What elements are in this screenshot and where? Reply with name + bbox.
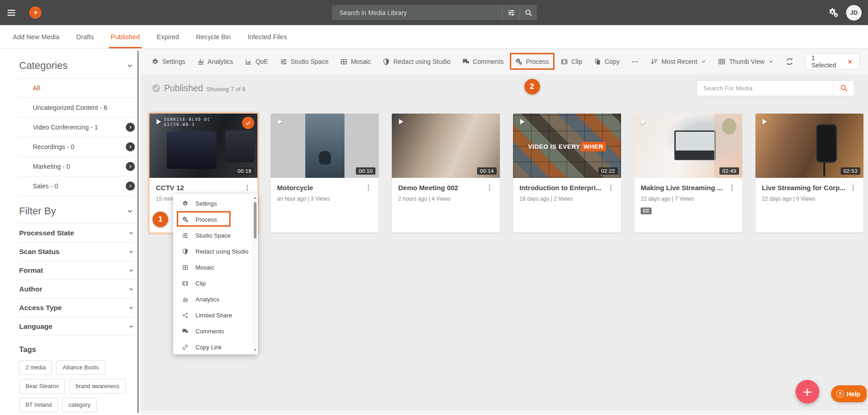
- qoe-button[interactable]: QoE: [245, 58, 268, 66]
- scroll-down-arrow[interactable]: ▼: [253, 348, 257, 353]
- menu-item-studio-space[interactable]: Studio Space: [173, 228, 258, 244]
- filter-by-header[interactable]: Filter By: [19, 196, 140, 223]
- media-thumbnail[interactable]: 00:10: [271, 114, 379, 178]
- filter-author[interactable]: Author: [19, 280, 135, 299]
- sidebar-category-all[interactable]: All: [19, 78, 135, 98]
- horizontal-scrollbar[interactable]: [140, 410, 868, 415]
- tag-chip-alliance-boots[interactable]: Alliance Boots: [56, 360, 105, 375]
- tab-add-new-media[interactable]: Add New Media: [13, 25, 59, 48]
- menu-item-mosaic[interactable]: Mosaic: [173, 259, 258, 275]
- settings-button[interactable]: Settings: [151, 58, 185, 66]
- menu-item-settings[interactable]: Settings: [173, 196, 258, 212]
- duration-badge: 02:49: [719, 167, 739, 175]
- kebab-menu-icon[interactable]: [486, 184, 493, 192]
- clip-button[interactable]: Clip: [560, 58, 582, 66]
- media-card-making-live-streaming[interactable]: 02:49Making Live Streaming ...22 days ag…: [634, 114, 742, 233]
- filter-scan-status[interactable]: Scan Status: [19, 243, 135, 261]
- media-card-motorcycle[interactable]: 00:10Motorcyclean hour ago | 3 Views: [271, 114, 379, 233]
- filter-format[interactable]: Format: [19, 261, 135, 280]
- kebab-menu-icon[interactable]: [365, 184, 372, 192]
- filter-language[interactable]: Language: [19, 317, 135, 336]
- menu-item-redact-using-studio[interactable]: Redact using Studio: [173, 244, 258, 259]
- card-title: Motorcycle: [277, 184, 313, 192]
- chevron-down-icon: [700, 58, 707, 65]
- chevron-down-icon: [126, 62, 134, 70]
- kebab-menu-icon[interactable]: [849, 184, 857, 192]
- tag-chip-brand-awareness[interactable]: brand awareness: [69, 379, 126, 394]
- mosaic-button[interactable]: Mosaic: [340, 58, 371, 66]
- sidebar-category-uncategorized-content-6[interactable]: Uncategorized Content - 6: [19, 98, 135, 118]
- expand-category-button[interactable]: [126, 123, 135, 132]
- sidebar-category-video-conferencing-1[interactable]: Video Conferencing - 1: [19, 118, 135, 137]
- menu-item-label: Settings: [195, 200, 217, 207]
- copy-button[interactable]: Copy: [594, 58, 620, 66]
- view-control[interactable]: Thumb View: [718, 57, 774, 66]
- kebab-menu-icon[interactable]: [607, 184, 615, 192]
- refresh-icon[interactable]: [785, 57, 794, 66]
- sidebar-category-recordings-0[interactable]: Recordings - 0: [19, 137, 135, 157]
- kebab-menu-icon[interactable]: [243, 184, 251, 192]
- tab-drafts[interactable]: Drafts: [76, 25, 94, 48]
- tag-chip-category[interactable]: category: [62, 398, 97, 412]
- menu-item-copy-link[interactable]: Copy Link: [173, 339, 258, 355]
- menu-item-clip[interactable]: Clip: [173, 275, 258, 291]
- tab-expired[interactable]: Expired: [157, 25, 179, 48]
- shield-icon: [182, 248, 189, 255]
- expand-category-button[interactable]: [126, 162, 135, 171]
- tag-chip-2-media[interactable]: 2 media: [19, 360, 52, 375]
- comments-button[interactable]: Comments: [462, 58, 504, 66]
- help-button[interactable]: ? Help: [831, 385, 867, 402]
- scroll-up-arrow[interactable]: ▲: [253, 196, 257, 200]
- media-thumbnail[interactable]: 02:53: [755, 114, 863, 178]
- clear-selection-icon[interactable]: [847, 58, 853, 65]
- tab-recycle-bin[interactable]: Recycle Bin: [196, 25, 231, 48]
- categories-header[interactable]: Categories: [19, 49, 140, 78]
- media-thumbnail[interactable]: VIDEO IS EVERYWHER02:22: [513, 114, 621, 178]
- tag-chip-bear-stearns[interactable]: Bear Stearns: [19, 379, 65, 394]
- app-logo[interactable]: [29, 6, 41, 19]
- media-card-live-streaming-for-corp[interactable]: 02:53Live Streaming for Corp...22 days a…: [755, 114, 863, 233]
- menu-item-comments[interactable]: Comments: [173, 323, 258, 339]
- menu-item-analytics[interactable]: Analytics: [173, 291, 258, 307]
- toolbar-right: Most Recent Thumb View 1 Selected: [650, 53, 860, 70]
- scrollbar-thumb[interactable]: [254, 202, 257, 239]
- sidebar-category-sales-0[interactable]: Sales - 0: [19, 176, 135, 196]
- analytics-button[interactable]: Analytics: [197, 58, 233, 66]
- button-label: Process: [526, 58, 549, 65]
- filter-access-type[interactable]: Access Type: [19, 299, 135, 317]
- media-search-button[interactable]: [833, 81, 854, 96]
- process-button[interactable]: Process2: [515, 58, 549, 66]
- add-media-fab[interactable]: +: [796, 380, 819, 404]
- search-submit-button[interactable]: [519, 5, 537, 20]
- kebab-menu-icon[interactable]: [728, 184, 736, 192]
- media-card-introduction-to-enterpri[interactable]: VIDEO IS EVERYWHER02:22Introduction to E…: [513, 114, 621, 233]
- sort-control[interactable]: Most Recent: [650, 57, 707, 66]
- media-thumbnail[interactable]: 00:14: [392, 114, 500, 178]
- media-search-input[interactable]: [697, 81, 833, 96]
- expand-category-button[interactable]: [126, 142, 135, 151]
- expand-category-button[interactable]: [126, 182, 135, 191]
- tag-chip-bt-ireland[interactable]: BT Ireland: [19, 398, 58, 412]
- studio-space-button[interactable]: Studio Space: [280, 58, 329, 66]
- user-avatar[interactable]: JD: [846, 5, 862, 21]
- sidebar-scrollbar[interactable]: [137, 51, 139, 413]
- category-label: All: [33, 84, 40, 92]
- global-search-input[interactable]: [332, 5, 502, 20]
- button-label: Mosaic: [351, 58, 371, 65]
- admin-settings-icon[interactable]: [828, 7, 839, 18]
- menu-item-process[interactable]: Process1: [173, 212, 258, 228]
- search-filter-button[interactable]: [502, 5, 519, 20]
- sidebar-category-marketing-0[interactable]: Marketing - 0: [19, 157, 135, 176]
- context-menu-scrollbar[interactable]: ▲▼: [252, 195, 257, 353]
- media-thumbnail[interactable]: 02:49: [634, 114, 742, 178]
- media-thumbnail[interactable]: SUNRISE-BLVD-DC &1C50-WB-300:18: [149, 114, 257, 178]
- hamburger-menu-icon[interactable]: [6, 8, 16, 18]
- filter-processed-state[interactable]: Processed State: [19, 224, 135, 243]
- tab-published[interactable]: Published: [111, 25, 140, 48]
- more-button[interactable]: [631, 58, 639, 66]
- media-card-demo-meeting-002[interactable]: 00:14Demo Meeting 0022 hours ago | 4 Vie…: [392, 114, 500, 233]
- tab-infected-files[interactable]: Infected Files: [247, 25, 287, 48]
- redact-using-studio-button[interactable]: Redact using Studio: [382, 58, 450, 66]
- tab-label: Recycle Bin: [196, 33, 231, 41]
- menu-item-limited-share[interactable]: Limited Share: [173, 307, 258, 323]
